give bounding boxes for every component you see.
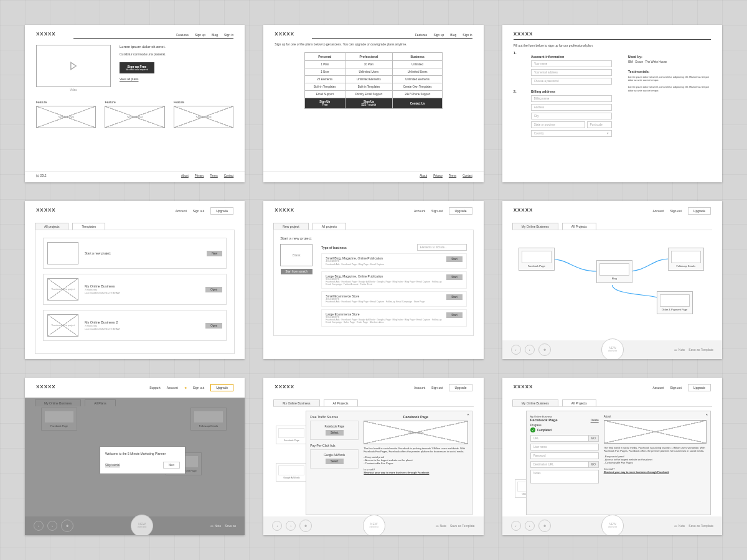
footer-privacy[interactable]: Privacy [195,174,204,177]
notes-textarea[interactable]: Notes [530,470,599,483]
nav-features[interactable]: Features [176,33,189,37]
new-project-button[interactable]: New [207,251,222,256]
video-placeholder[interactable] [36,45,111,87]
footer: (c) 2012 About Privacy Terms Contact [25,171,245,180]
project-row[interactable]: Thumbnail of the project My Online Busin… [43,274,227,305]
tab-all-projects[interactable]: All projects [35,223,68,230]
view-plans-link[interactable]: View all plans [120,77,138,81]
tab-templates[interactable]: Templates [72,223,105,230]
footer-about[interactable]: About [181,174,189,177]
business-type-item: Small Blog, Magazine, Online Publication… [321,253,466,268]
start-button[interactable]: Start [446,256,463,262]
destination-input[interactable]: Destination URL [530,461,589,468]
bottom-toolbar: ‹ › ✥ NEWelement ▭ Note Save as Template [502,340,722,359]
skip-tutorial-link[interactable]: Skip tutorial [105,464,120,467]
start-from-scratch-button[interactable]: Start from scratch [281,269,313,274]
plan-pro-cta[interactable]: Sign Up$25 / month [345,98,393,109]
wireframe-landing: XXXXX Features Sign up Blog Sign in Vide… [25,25,245,182]
blank-template[interactable]: Blank [280,244,312,266]
logo: XXXXX [36,31,56,37]
wireframe-pricing: XXXXX Features Sign up Blog Sign in Sign… [263,25,483,182]
screenshot-placeholder: Screenshot [36,106,96,128]
password-input[interactable]: Choose a password [531,78,612,85]
top-nav: Features Sign up Blog Sign in [176,33,233,37]
pricing-intro: Sign up for one of the plans below to ge… [275,42,472,46]
url-input[interactable]: URL [530,435,589,442]
headline: Lorem ipsum dolor sit amet. [120,45,233,49]
move-button[interactable]: ✥ [538,343,551,356]
shortcut-link[interactable]: Shortcut your way to more business throu… [364,471,467,474]
note-button[interactable]: ▭ Note [674,348,685,352]
save-template-button[interactable]: Save as Template [688,348,713,352]
element-editor-panel: × My Online Business Facebook Page Delet… [526,411,711,515]
tab-all-projects[interactable]: All projects [312,223,346,230]
nav-blog[interactable]: Blog [212,33,218,37]
elements-search[interactable]: Elements to include... [417,244,467,251]
postcode-input[interactable]: Post code [587,121,612,128]
flow-node-order[interactable]: Order & Payment Page [657,291,693,314]
pricing-table: PersonalProfessionalBusiness 1 Plan10 Pl… [304,52,443,109]
username-input[interactable]: User name [530,444,599,450]
onboarding-modal: Welcome to the 5 Minute Marketing Planne… [100,446,186,474]
close-icon[interactable]: × [467,413,469,416]
plan-personal-cta[interactable]: Sign UpFree [304,98,345,109]
flow-node-facebook[interactable]: Facebook Page [519,248,555,271]
chevron-down-icon: ▾ [607,132,609,135]
email-input[interactable]: Your email address [531,69,612,76]
open-button[interactable]: Open [205,287,222,292]
footer-contact[interactable]: Contact [224,174,234,177]
select-button[interactable]: Select [326,430,344,436]
wireframe-element-editor: XXXXX AccountSign outUpgrade My Online B… [502,378,722,535]
video-label: Video [36,88,111,91]
go-button[interactable]: GO [589,435,599,442]
wireframe-onboarding: XXXXX SupportAccount★Sign outUpgrade My … [25,378,245,535]
close-icon[interactable]: × [705,413,708,416]
password-input[interactable]: Password [530,452,599,459]
tab-new-project[interactable]: New project [273,223,308,230]
wireframe-signup-form: XXXXX Fill out the form below to sign up… [502,25,722,182]
delete-link[interactable]: Delete [591,419,599,422]
play-icon [69,62,78,70]
feature-label: Feature [36,100,96,104]
element-picker-panel: × Free Traffic Sources Facebook Page Sel… [306,411,472,515]
screenshot-placeholder: Screenshot [364,421,467,444]
flow-node-blog[interactable]: Blog [596,260,632,283]
wireframe-element-picker: XXXXX AccountSign outUpgrade My Online B… [263,378,483,535]
footer-terms[interactable]: Terms [210,174,218,177]
flow-node-emails[interactable]: Follow-up Emails [668,248,704,271]
nav-signup[interactable]: Sign up [195,33,205,37]
country-select[interactable]: Country▾ [531,130,612,137]
wireframe-projects: XXXXX Account Sign out Upgrade All proje… [25,201,245,358]
name-input[interactable]: Your name [531,60,612,67]
project-row[interactable]: Thumbnail of the project My Online Busin… [43,310,227,341]
address-input[interactable]: Address [531,104,612,111]
city-input[interactable]: City [531,113,612,119]
signup-free-button[interactable]: Sign-up Free No credit card required [120,62,154,73]
state-input[interactable]: State or province [531,121,585,128]
plan-biz-cta[interactable]: Contact Us [393,98,443,109]
upgrade-button[interactable]: Upgrade [210,207,233,215]
next-button[interactable]: Next [163,462,180,469]
redo-button[interactable]: › [525,345,535,355]
nav-signin[interactable]: Sign in [224,33,233,37]
wireframe-new-project: XXXXX AccountSign outUpgrade New project… [263,201,483,358]
undo-button[interactable]: ‹ [511,345,521,355]
page-title: Facebook Page [530,418,558,422]
new-element-button[interactable]: NEWelement [601,338,624,359]
subheadline: Curabitur commodo una placerat. [120,52,233,56]
wireframe-flow-canvas: XXXXX AccountSign outUpgrade My Online B… [502,201,722,358]
check-icon: ✓ [530,427,535,432]
billing-name-input[interactable]: Billing name [531,95,612,102]
